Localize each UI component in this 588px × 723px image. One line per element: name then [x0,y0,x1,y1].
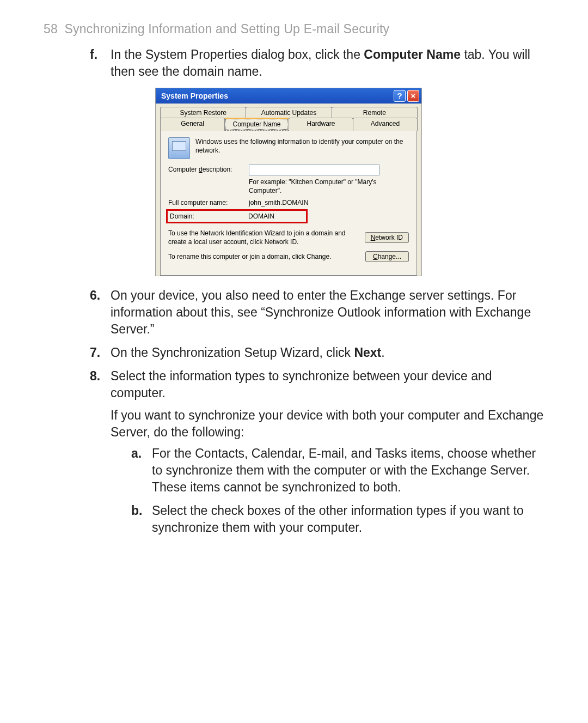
page-title: Synchronizing Information and Setting Up… [65,22,390,36]
step-text: Select the information types to synchron… [111,368,544,402]
page-number: 58 [44,22,58,36]
domain-highlight: Domain: DOMAIN [166,209,308,223]
step-b: b. Select the check boxes of the other i… [131,502,544,536]
step-a: a. For the Contacts, Calendar, E-mail, a… [131,445,544,496]
bold-term: Computer Name [364,47,461,62]
step-marker: 7. [90,344,111,361]
step-text: For the Contacts, Calendar, E-mail, and … [152,445,544,496]
step-text: . [381,345,384,360]
description-input[interactable] [249,165,379,175]
tab-remote[interactable]: Remote [332,107,418,118]
fullname-label: Full computer name: [168,198,249,207]
change-button[interactable]: Change... [365,251,409,262]
step-8: 8. Select the information types to synch… [90,368,544,543]
computer-icon [168,137,190,159]
change-text: To rename this computer or join a domain… [168,252,365,261]
step-7: 7. On the Synchronization Setup Wizard, … [90,344,544,361]
close-icon[interactable]: × [407,90,419,102]
step-marker: f. [90,46,111,80]
network-id-button[interactable]: Network ID [365,232,409,243]
step-extra: If you want to synchronize your device w… [111,407,544,441]
step-text: Select the check boxes of the other info… [152,502,544,536]
step-text: On your device, you also need to enter t… [111,287,544,338]
tab-hardware[interactable]: Hardware [289,118,353,130]
step-marker: 6. [90,287,111,338]
titlebar: System Properties ? × [156,88,421,104]
tab-general[interactable]: General [160,118,225,130]
description-hint: For example: "Kitchen Computer" or "Mary… [249,178,409,195]
tab-advanced[interactable]: Advanced [353,118,418,130]
step-text: On the Synchronization Setup Wizard, cli… [111,345,354,360]
tab-computer-name[interactable]: Computer Name [224,118,289,130]
bold-term: Next [354,345,381,360]
step-6: 6. On your device, you also need to ente… [90,287,544,338]
step-marker: b. [131,502,152,536]
intro-text: Windows uses the following information t… [195,137,409,155]
netid-text: To use the Network Identification Wizard… [168,229,365,246]
step-marker: 8. [90,368,111,543]
system-properties-dialog: System Properties ? × System Restore Aut… [155,88,422,276]
fullname-value: john_smith.DOMAIN [249,198,409,207]
step-f: f. In the System Properties dialog box, … [90,46,544,80]
step-text: In the System Properties dialog box, cli… [111,47,364,62]
page-header: 58 Synchronizing Information and Setting… [44,21,544,38]
domain-label: Domain: [170,212,248,221]
tab-system-restore[interactable]: System Restore [160,107,246,118]
titlebar-title: System Properties [161,91,228,101]
tab-automatic-updates[interactable]: Automatic Updates [246,107,332,118]
step-marker: a. [131,445,152,496]
description-label: Computer description: [168,165,249,174]
help-icon[interactable]: ? [394,90,406,102]
domain-value: DOMAIN [248,212,304,221]
